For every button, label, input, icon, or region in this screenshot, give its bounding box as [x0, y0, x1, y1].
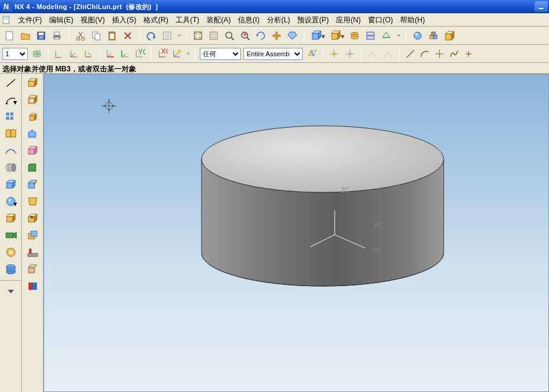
copy-button[interactable]	[89, 28, 104, 43]
menu-window[interactable]: 窗口(O)	[364, 14, 396, 27]
layer-select[interactable]: 1	[2, 48, 28, 60]
menu-analyze[interactable]: 分析(L)	[263, 14, 294, 27]
svg-rect-97	[312, 53, 315, 56]
cylinder-tool-icon[interactable]	[2, 211, 19, 226]
visual-style-button[interactable]: ▾	[328, 28, 346, 43]
menu-format[interactable]: 格式(R)	[140, 14, 172, 27]
box-hollow-icon[interactable]	[24, 92, 41, 108]
render-button[interactable]	[410, 28, 425, 43]
csys-yc-icon[interactable]: YC	[133, 47, 146, 60]
new-button[interactable]	[2, 28, 17, 43]
wcs-orient-icon[interactable]	[82, 47, 95, 60]
perspective-button[interactable]	[285, 28, 300, 43]
box-yellow-icon[interactable]	[24, 75, 41, 91]
curve-line-icon[interactable]	[404, 47, 417, 60]
filter-assembly-icon[interactable]	[305, 47, 318, 60]
box-pink-icon[interactable]	[24, 143, 41, 158]
shade-mode-button[interactable]: ▾	[309, 28, 327, 43]
drafting-button[interactable]	[442, 28, 456, 43]
box-angle-icon[interactable]	[24, 126, 41, 142]
line-tool-icon[interactable]	[2, 75, 19, 91]
pattern-tool-icon[interactable]	[2, 109, 19, 125]
svg-marker-156	[28, 198, 37, 205]
database-icon[interactable]	[2, 261, 19, 277]
csys-save-icon[interactable]	[170, 47, 183, 60]
zoom-button[interactable]	[222, 28, 237, 43]
csys-config-icon[interactable]: XC	[156, 47, 169, 60]
rotate-button[interactable]	[254, 28, 268, 43]
undo-button[interactable]	[144, 28, 159, 43]
sphere-hollow-icon[interactable]	[2, 244, 19, 260]
assembly-select[interactable]: Entire Assemb	[243, 48, 303, 60]
print-button[interactable]	[50, 28, 64, 43]
open-button[interactable]	[18, 28, 33, 43]
menu-edit[interactable]: 编辑(E)	[45, 14, 77, 27]
block-tool-icon[interactable]	[2, 177, 19, 192]
zoom-in-out-button[interactable]: +	[238, 28, 252, 43]
cut-button[interactable]	[73, 28, 88, 43]
svg-rect-167	[28, 283, 33, 290]
box-tan-icon[interactable]	[24, 261, 41, 277]
sweep-tool-icon[interactable]	[24, 227, 41, 243]
toolbar-overflow-3[interactable]: »	[186, 51, 191, 56]
curve-tangent-icon[interactable]	[447, 47, 461, 60]
svg-rect-46	[312, 33, 318, 39]
snap-mid-icon[interactable]	[343, 47, 357, 60]
section-rb-icon[interactable]	[24, 278, 41, 294]
snap-point-icon[interactable]	[327, 47, 341, 60]
section-button[interactable]	[379, 28, 393, 43]
fit-button[interactable]	[191, 28, 205, 43]
svg-line-85	[122, 54, 126, 57]
minimize-button[interactable]	[534, 1, 548, 12]
collapse-icon[interactable]	[2, 284, 19, 299]
menu-view[interactable]: 视图(V)	[77, 14, 108, 27]
save-button[interactable]	[34, 28, 48, 43]
curve-gray1-icon[interactable]	[366, 47, 379, 60]
layer-toolbar-icon[interactable]	[30, 47, 44, 60]
shelf-tool-icon[interactable]	[24, 244, 41, 260]
menu-help[interactable]: 帮助(H)	[396, 14, 429, 27]
pocket-tool-icon[interactable]	[24, 211, 41, 226]
curve-point-icon[interactable]	[462, 47, 475, 60]
toolbar-overflow-2[interactable]: »	[396, 33, 401, 38]
paste-button[interactable]	[105, 28, 119, 43]
layers-button[interactable]	[347, 28, 362, 43]
clip-button[interactable]	[363, 28, 378, 43]
menu-assemble[interactable]: 装配(A)	[203, 14, 234, 27]
document-icon[interactable]	[1, 15, 12, 25]
cone-projector-icon[interactable]	[2, 227, 19, 243]
delete-button[interactable]	[120, 28, 135, 43]
view-cursor-icon	[102, 99, 116, 113]
box-small-icon[interactable]	[24, 109, 41, 125]
wcs-dynamic-icon[interactable]	[67, 47, 81, 60]
csys-y-icon[interactable]	[119, 47, 132, 60]
sphere-tool-icon[interactable]: ▾	[2, 194, 19, 209]
menu-prefs[interactable]: 预设置(P)	[294, 14, 332, 27]
pan-button[interactable]	[269, 28, 284, 43]
menu-app[interactable]: 应用(N)	[332, 14, 364, 27]
csys-x-icon[interactable]	[104, 47, 117, 60]
draft-tool-icon[interactable]	[24, 194, 41, 209]
wcs-origin-icon[interactable]	[53, 47, 66, 60]
chamfer-tool-icon[interactable]	[24, 177, 41, 192]
svg-point-56	[351, 36, 358, 39]
viewport-3d[interactable]: ZC YC XC	[44, 74, 549, 392]
menu-info[interactable]: 信息(I)	[234, 14, 263, 27]
menu-tools[interactable]: 工具(T)	[172, 14, 203, 27]
menu-insert[interactable]: 插入(S)	[108, 14, 140, 27]
book-tool-icon[interactable]	[2, 126, 19, 142]
properties-button[interactable]	[160, 28, 174, 43]
curve-gray2-icon[interactable]	[381, 47, 395, 60]
assemblies-button[interactable]	[426, 28, 441, 43]
arc-tool-icon[interactable]: ▾	[2, 92, 19, 108]
curve-arc-icon[interactable]	[418, 47, 432, 60]
curve-spline-icon[interactable]	[433, 47, 446, 60]
curve-edit-icon[interactable]	[2, 143, 19, 158]
fillet-green-icon[interactable]	[24, 160, 41, 175]
window-buttons	[534, 1, 548, 12]
pipe-tool-icon[interactable]	[2, 160, 19, 175]
menu-file[interactable]: 文件(F)	[15, 14, 45, 27]
toolbar-overflow-1[interactable]: »	[177, 33, 182, 38]
filter-select[interactable]: 任何	[200, 48, 241, 60]
zoom-window-button[interactable]	[206, 28, 221, 43]
